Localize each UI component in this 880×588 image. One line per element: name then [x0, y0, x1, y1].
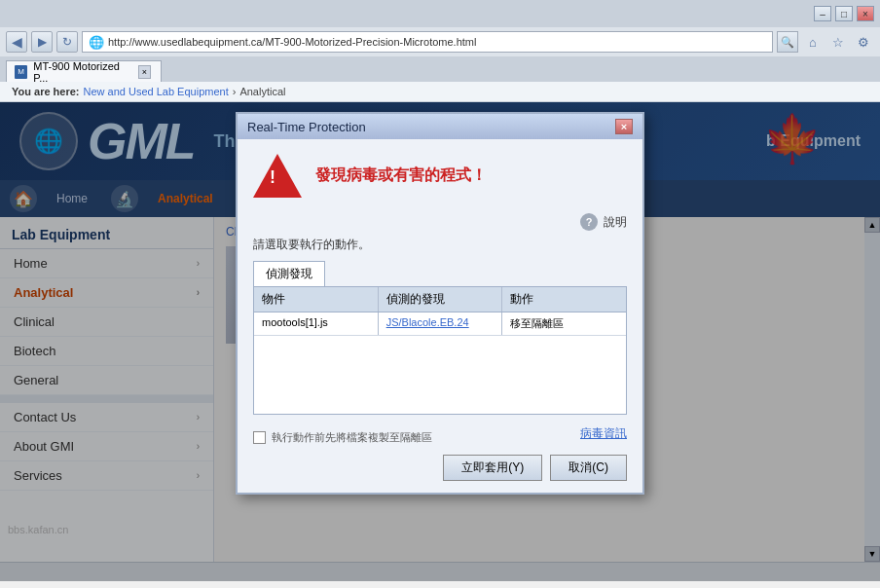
help-label[interactable]: 說明	[604, 217, 627, 231]
bottom-row: 執行動作前先將檔案複製至隔離區 病毒資訊	[253, 423, 627, 445]
tools-icon[interactable]: ⚙	[853, 31, 874, 53]
modal-body: ! 發現病毒或有害的程式！ ? 說明 請選取要執行的動作。	[238, 217, 642, 493]
search-icon: 🔍	[777, 31, 798, 53]
cell-detection[interactable]: JS/Blacole.EB.24	[379, 312, 503, 335]
refresh-button[interactable]: ↻	[56, 31, 78, 53]
checkbox-row: 執行動作前先將檔案複製至隔離區	[253, 430, 432, 445]
browser-tab[interactable]: M MT-900 Motorized P... ×	[6, 60, 162, 82]
col-object: 物件	[254, 287, 379, 312]
maximize-button[interactable]: □	[835, 6, 853, 21]
tabs-row: 偵測發現	[253, 261, 627, 286]
address-text: http://www.usedlabequipment.ca/MT-900-Mo…	[108, 36, 476, 48]
website-content: 🌐 GML The Canadian b Equipment 🍁 🏠 Home …	[0, 102, 880, 581]
tab-title: MT-900 Motorized P...	[33, 60, 131, 84]
table-row: mootools[1].js JS/Blacole.EB.24 移至隔離區	[254, 312, 626, 336]
copy-checkbox[interactable]	[253, 431, 266, 444]
favorites-icon[interactable]: ☆	[827, 31, 849, 53]
breadcrumb-separator: ›	[233, 86, 237, 97]
address-bar[interactable]: 🌐 http://www.usedlabequipment.ca/MT-900-…	[82, 31, 773, 53]
cell-action: 移至隔離區	[502, 312, 626, 335]
main-area: Lab Equipment Home › Analytical › Clinic…	[0, 217, 880, 562]
help-icon[interactable]: ?	[580, 217, 598, 231]
apply-button[interactable]: 立即套用(Y)	[443, 455, 542, 481]
close-button[interactable]: ×	[857, 6, 874, 21]
back-button[interactable]: ◀	[6, 31, 27, 53]
breadcrumb-prefix: You are here:	[12, 86, 80, 97]
help-row: ? 說明	[253, 217, 627, 231]
browser-window: – □ × ◀ ▶ ↻ 🌐 http://www.usedlabequipmen…	[0, 0, 880, 581]
modal-footer: 立即套用(Y) 取消(C)	[253, 455, 627, 481]
virus-info-link[interactable]: 病毒資訊	[580, 425, 627, 442]
breadcrumb-item2: Analytical	[239, 86, 285, 97]
table-empty-space	[254, 336, 626, 414]
col-detection: 偵測的發現	[379, 287, 503, 312]
breadcrumb-item1[interactable]: New and Used Lab Equipment	[84, 86, 229, 97]
minimize-button[interactable]: –	[814, 6, 831, 21]
detection-tab[interactable]: 偵測發現	[253, 261, 325, 286]
cancel-button[interactable]: 取消(C)	[550, 455, 627, 481]
nav-bar: ◀ ▶ ↻ 🌐 http://www.usedlabequipment.ca/M…	[0, 27, 880, 56]
tab-favicon: M	[15, 65, 27, 79]
cell-object: mootools[1].js	[254, 312, 379, 335]
table-header: 物件 偵測的發現 動作	[254, 287, 626, 312]
breadcrumb-bar: You are here: New and Used Lab Equipment…	[0, 82, 880, 102]
tab-close-button[interactable]: ×	[138, 65, 151, 79]
checkbox-label: 執行動作前先將檔案複製至隔離區	[272, 430, 432, 445]
detection-table: 物件 偵測的發現 動作 mootools[1].js JS/Blacole.EB…	[253, 286, 627, 415]
title-bar: – □ ×	[0, 0, 880, 27]
home-icon[interactable]: ⌂	[802, 31, 824, 53]
title-bar-buttons: – □ ×	[814, 6, 874, 21]
action-label: 請選取要執行的動作。	[253, 237, 627, 253]
col-action: 動作	[502, 287, 626, 312]
detection-link[interactable]: JS/Blacole.EB.24	[386, 316, 469, 328]
real-time-protection-dialog: Real-Time Protection × ! 發現病毒或有害	[236, 217, 644, 495]
forward-button[interactable]: ▶	[31, 31, 53, 53]
modal-overlay: Real-Time Protection × ! 發現病毒或有害	[0, 217, 880, 562]
tab-bar: M MT-900 Motorized P... ×	[0, 56, 880, 82]
